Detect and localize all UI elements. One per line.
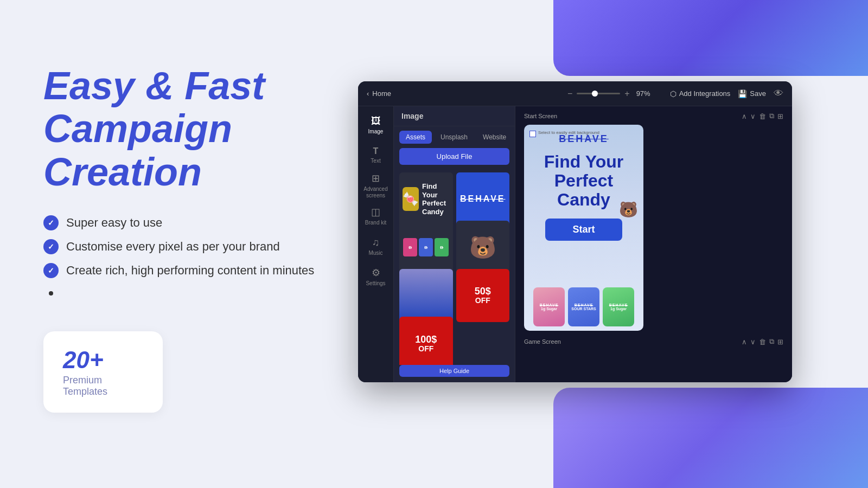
save-label: Save [750,89,766,98]
asset-item-discount-100[interactable]: 100$ OFF [399,317,453,365]
bag-desc-1: 1g Sugar [541,307,557,311]
canvas-controls-game: ∧ ∨ 🗑 ⧉ ⊞ [742,337,783,346]
top-accent-decoration [553,0,868,76]
tab-website[interactable]: Website [476,131,513,144]
gummy-bear-icon: 🐻 [469,235,496,260]
game-chevron-down-icon[interactable]: ∨ [750,338,756,346]
zoom-plus-icon[interactable]: + [624,89,629,99]
sidebar-image-label: Image [368,129,384,134]
bag-desc-2: SOUR STARS [571,307,596,311]
save-button[interactable]: 💾 Save [738,89,766,98]
sidebar-music-label: Music [368,250,382,256]
asset-item-candy-text[interactable]: 🍬 Find Your Perfect Candy [399,172,453,226]
zoom-minus-icon[interactable]: − [567,89,572,99]
app-toolbar: ‹ Home − + 97% ⬡ Add Integrations 💾 Save… [358,81,792,106]
app-window: ‹ Home − + 97% ⬡ Add Integrations 💾 Save… [358,81,792,382]
stats-card: 20+ Premium Templates [43,331,163,413]
select-bg-checkbox[interactable] [529,131,536,137]
add-integrations-label: Add Integrations [679,89,731,98]
canvas-area: Start Screen ∧ ∨ 🗑 ⧉ ⊞ Select to easily … [515,106,792,382]
preview-gummy-bear: 🐻 [619,201,638,219]
check-icon-2 [43,239,59,254]
app-content: 🖼 Image T Text ⊞ Advanced screens ◫ Bran… [358,106,792,382]
upload-file-button[interactable]: Upload File [399,148,509,165]
sidebar-text-label: Text [371,158,380,164]
asset-item-blue-gradient[interactable] [399,269,453,323]
feature-bullet [43,287,396,296]
select-bg-note: Select to easily edit background [529,130,599,137]
toolbar-actions: ⬡ Add Integrations 💾 Save 👁 [670,88,783,99]
features-list: Super easy to use Customise every pixel … [43,215,396,304]
duplicate-screen-icon[interactable]: ⧉ [769,112,774,120]
preview-start-button[interactable]: Start [545,219,622,241]
toolbar-back-button[interactable]: ‹ Home [367,89,391,98]
chevron-up-icon[interactable]: ∧ [742,112,747,120]
feature-item-3: Create rich, high performing content in … [43,263,396,278]
preview-eye-icon[interactable]: 👁 [774,88,783,99]
asset-item-behave-bags[interactable]: B B B [399,221,453,274]
asset-panel: Image Assets Unsplash Website Upload Fil… [394,106,515,382]
bottom-accent-decoration [553,388,868,488]
chevron-down-icon[interactable]: ∨ [750,112,756,120]
add-integrations-button[interactable]: ⬡ Add Integrations [670,89,731,98]
music-icon: ♫ [372,237,380,248]
preview-bag-green: BEHAVE 1g Sugar [603,287,634,326]
home-label: Home [372,89,391,98]
feature-item-2: Customise every pixel as per your brand [43,239,396,254]
preview-bag-blue: BEHAVE SOUR STARS [568,287,599,326]
stats-label: Premium Templates [63,375,143,397]
bullet-dot [49,291,53,296]
feature-item-1: Super easy to use [43,215,396,230]
sidebar-advanced-label: Advanced screens [361,186,391,199]
bag-brand-1: BEHAVE [540,303,559,307]
tab-unsplash[interactable]: Unsplash [434,131,474,144]
sidebar-item-brand[interactable]: ◫ Brand kit [361,202,391,230]
game-screen-label-row: Game Screen ∧ ∨ 🗑 ⧉ ⊞ [524,337,783,346]
asset-item-discount-50[interactable]: 50$ OFF [456,269,510,323]
asset-grid: 🍬 Find Your Perfect Candy BEHAVE [394,169,515,365]
zoom-slider-thumb [592,91,598,97]
bag-brand-3: BEHAVE [609,303,628,307]
check-icon-3 [43,263,59,278]
preview-bag-pink: BEHAVE 1g Sugar [533,287,565,326]
toolbar-zoom: − + 97% [567,89,650,99]
sidebar-item-image[interactable]: 🖼 Image [361,111,391,139]
zoom-slider[interactable] [577,93,620,94]
text-icon: T [373,146,379,156]
help-guide-button[interactable]: Help Guide [399,365,509,377]
image-icon: 🖼 [371,115,381,127]
expand-screen-icon[interactable]: ⊞ [777,112,783,120]
sidebar-item-advanced[interactable]: ⊞ Advanced screens [361,171,391,200]
select-bg-text: Select to easily edit background [538,130,599,136]
main-title: Easy & Fast Campaign Creation [43,65,396,194]
back-arrow-icon: ‹ [367,89,369,98]
asset-item-behave-blue[interactable]: BEHAVE [456,172,510,226]
preview-card-start: Select to easily edit background BEHAVE … [524,125,643,331]
asset-item-gold-bear[interactable]: 🐻 [456,221,510,274]
brand-icon: ◫ [371,206,380,218]
sidebar-item-music[interactable]: ♫ Music [361,232,391,260]
game-duplicate-icon[interactable]: ⧉ [769,337,774,346]
sidebar-item-text[interactable]: T Text [361,141,391,169]
preview-bags-row: BEHAVE 1g Sugar BEHAVE SOUR STARS BEHAVE… [533,287,634,326]
bag-brand-2: BEHAVE [575,303,593,307]
sidebar-icons: 🖼 Image T Text ⊞ Advanced screens ◫ Bran… [358,106,394,382]
zoom-percent: 97% [636,89,650,98]
delete-screen-icon[interactable]: 🗑 [759,112,766,120]
bag-desc-3: 1g Sugar [610,307,627,311]
sidebar-settings-label: Settings [366,280,385,286]
save-icon: 💾 [738,89,747,98]
tab-assets[interactable]: Assets [399,131,432,144]
left-section: Easy & Fast Campaign Creation Super easy… [43,0,396,488]
check-icon-1 [43,215,59,230]
game-chevron-up-icon[interactable]: ∧ [742,338,747,346]
game-delete-icon[interactable]: 🗑 [759,338,766,346]
asset-panel-header: Image [394,106,515,126]
start-screen-label-row: Start Screen ∧ ∨ 🗑 ⧉ ⊞ [524,112,783,120]
stats-number: 20+ [63,346,143,374]
advanced-icon: ⊞ [372,172,380,184]
integrations-icon: ⬡ [670,89,676,98]
game-expand-icon[interactable]: ⊞ [777,338,783,346]
sidebar-item-settings[interactable]: ⚙ Settings [361,262,391,291]
sidebar-brand-label: Brand kit [365,220,386,226]
